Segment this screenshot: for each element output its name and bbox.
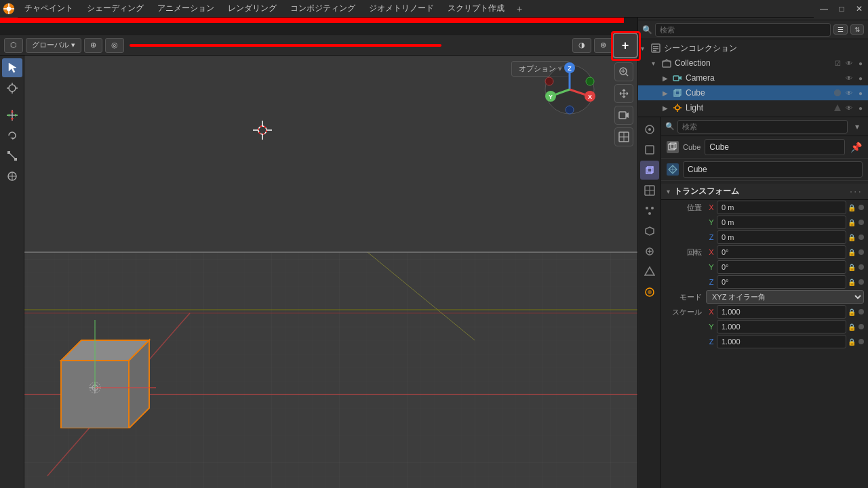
3d-cube-object[interactable] xyxy=(41,279,176,415)
object-mode-selector[interactable]: ⬡ xyxy=(4,38,23,53)
scale-z-lock[interactable]: 🔒 xyxy=(846,336,857,347)
object-pin-btn[interactable]: 📌 xyxy=(849,140,863,154)
obj-type-icon xyxy=(667,141,679,153)
scene-collection-row[interactable]: ▾ シーンコレクション xyxy=(638,41,868,56)
scale-y-lock[interactable]: 🔒 xyxy=(846,321,857,332)
scale-y-axis-label: Y xyxy=(706,323,717,331)
props-physics-btn[interactable] xyxy=(640,222,659,241)
scale-z-field[interactable]: 1.000 xyxy=(717,335,846,348)
minimize-button[interactable]: — xyxy=(815,0,833,18)
props-material-btn[interactable] xyxy=(640,283,659,302)
props-constraints-btn[interactable] xyxy=(640,242,659,261)
move-tool[interactable] xyxy=(2,106,22,125)
light-render-icon[interactable]: ● xyxy=(856,103,865,113)
rot-x-field[interactable]: 0° xyxy=(717,245,846,259)
rotate-tool[interactable] xyxy=(2,126,22,145)
menu-chapaint[interactable]: チャペイント xyxy=(18,0,80,17)
light-eye-icon[interactable]: 👁 xyxy=(844,103,854,113)
menu-rendering[interactable]: レンダリング xyxy=(221,0,283,17)
scale-x-field[interactable]: 1.000 xyxy=(717,305,846,319)
rot-y-lock[interactable]: 🔒 xyxy=(846,262,857,272)
svg-point-36 xyxy=(648,212,651,215)
cursor-tool[interactable] xyxy=(2,79,22,98)
scale-y-field[interactable]: 1.000 xyxy=(717,320,846,333)
outliner-search-input[interactable] xyxy=(655,23,831,37)
menu-shading[interactable]: シェーディング xyxy=(80,0,151,17)
cube-render-icon[interactable]: ● xyxy=(856,88,865,98)
mesh-name-input[interactable] xyxy=(683,161,863,178)
scale-tool[interactable] xyxy=(2,146,22,165)
viewport-overlay-btn[interactable]: ⊛ xyxy=(594,38,612,53)
props-render-btn[interactable] xyxy=(640,120,659,139)
cube-restrict-viewport-icon[interactable] xyxy=(833,88,842,98)
camera-render-icon[interactable]: ● xyxy=(856,73,865,83)
transform-section-header[interactable]: ▾ トランスフォーム ··· xyxy=(661,184,868,200)
zoom-tool-btn[interactable] xyxy=(614,62,633,81)
viewport[interactable]: オプション ▾ Z X Y xyxy=(0,56,637,488)
svg-text:X: X xyxy=(588,94,592,100)
scale-x-axis-label: X xyxy=(706,308,717,316)
scale-x-lock[interactable]: 🔒 xyxy=(846,306,857,317)
blender-logo xyxy=(0,0,18,18)
rotation-label: 回転 xyxy=(665,247,706,258)
light-row[interactable]: ▶ Light 👁 ● xyxy=(638,100,868,115)
snap-btn[interactable]: ⊕ xyxy=(84,38,102,53)
grid-view-btn[interactable] xyxy=(614,127,633,146)
svg-rect-5 xyxy=(653,46,658,47)
props-viewport-btn[interactable] xyxy=(640,181,659,200)
camera-eye-icon[interactable]: 👁 xyxy=(844,73,854,83)
collection-row[interactable]: ▾ Collection ☑ 👁 ● xyxy=(638,56,868,70)
pan-tool-btn[interactable] xyxy=(614,84,633,103)
add-area-button[interactable]: + xyxy=(612,33,638,58)
rot-y-dot xyxy=(859,264,864,270)
props-filter-btn[interactable]: ▾ xyxy=(850,120,864,134)
menu-animation[interactable]: アニメーション xyxy=(151,0,221,17)
add-workspace-button[interactable]: + xyxy=(511,3,528,14)
viewport-shading-btn[interactable]: ◑ xyxy=(572,38,591,53)
pos-x-field[interactable]: 0 m xyxy=(717,201,846,214)
light-restrict-icon[interactable] xyxy=(833,103,842,113)
rot-z-field[interactable]: 0° xyxy=(717,275,846,289)
pos-z-field[interactable]: 0 m xyxy=(717,230,846,244)
object-name-input[interactable] xyxy=(705,139,845,155)
pos-y-field[interactable]: 0 m xyxy=(717,216,846,229)
transform-options[interactable]: ··· xyxy=(850,186,863,198)
camera-row[interactable]: ▶ Camera 👁 ● xyxy=(638,70,868,85)
pos-z-lock[interactable]: 🔒 xyxy=(846,232,857,243)
select-tool[interactable] xyxy=(2,58,22,77)
cube-row[interactable]: ▶ Cube 👁 ● xyxy=(638,85,868,100)
collection-checkbox[interactable]: ☑ xyxy=(833,58,842,68)
camera-view-btn[interactable] xyxy=(614,106,633,125)
svg-rect-3 xyxy=(3,8,14,9)
menu-compositing[interactable]: コンポジティング xyxy=(283,0,362,17)
rot-y-field[interactable]: 0° xyxy=(717,260,846,274)
rotation-mode-select[interactable]: XYZ オイラー角 xyxy=(706,290,864,304)
props-search-input[interactable] xyxy=(677,120,848,134)
props-output-btn[interactable] xyxy=(640,140,659,159)
cube-eye-icon[interactable]: 👁 xyxy=(844,88,854,98)
collection-restrict-icon[interactable]: ● xyxy=(856,58,865,68)
rot-z-lock[interactable]: 🔒 xyxy=(846,277,857,287)
global-transform-btn[interactable]: グローバル ▾ xyxy=(26,38,81,53)
menu-geometry-nodes[interactable]: ジオメトリノード xyxy=(362,0,441,17)
collection-label: Collection xyxy=(675,58,833,68)
transform-tool[interactable] xyxy=(2,167,22,186)
maximize-button[interactable]: □ xyxy=(833,0,850,18)
outliner-sort-btn[interactable]: ⇅ xyxy=(850,24,864,35)
outliner-filter-btn[interactable]: ☰ xyxy=(833,24,848,35)
collection-eye-icon[interactable]: 👁 xyxy=(844,58,854,68)
proportional-btn[interactable]: ◎ xyxy=(105,38,124,53)
close-button[interactable]: ✕ xyxy=(850,0,868,18)
position-label: 位置 xyxy=(665,203,706,213)
right-panel: 🎬 Scene ✕ ⊞ ⬡ ViewLayer + ✕ 🔍 ☰ ⇅ ▾ xyxy=(637,0,868,488)
rot-x-lock[interactable]: 🔒 xyxy=(846,247,857,258)
props-scroll-area[interactable]: ▾ トランスフォーム ··· 位置 X 0 m 🔒 Y 0 m xyxy=(661,181,868,488)
snap-icon: ⊕ xyxy=(90,41,96,49)
props-data-btn[interactable] xyxy=(640,262,659,281)
viewport-gizmo[interactable]: Z X Y xyxy=(542,62,597,117)
pos-y-lock[interactable]: 🔒 xyxy=(846,217,857,228)
props-object-btn[interactable] xyxy=(640,161,659,180)
pos-x-lock[interactable]: 🔒 xyxy=(846,202,857,213)
props-particles-btn[interactable] xyxy=(640,201,659,220)
menu-scripting[interactable]: スクリプト作成 xyxy=(441,0,511,17)
